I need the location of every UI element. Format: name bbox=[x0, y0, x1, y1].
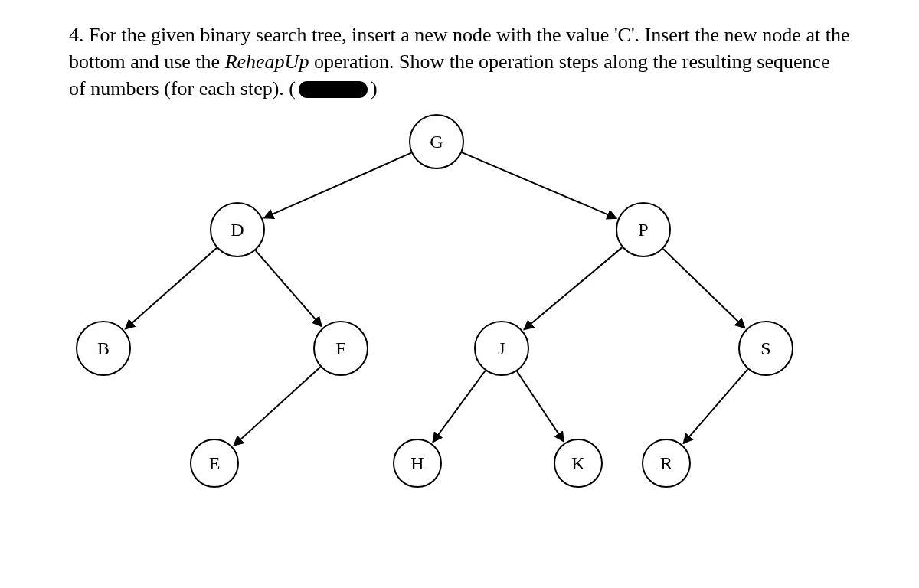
edge-d-b bbox=[125, 248, 217, 329]
node-h: H bbox=[393, 439, 442, 488]
node-k: K bbox=[554, 439, 603, 488]
node-j: J bbox=[474, 321, 529, 376]
edge-d-f bbox=[256, 250, 322, 326]
node-e: E bbox=[190, 439, 239, 488]
edge-f-e bbox=[234, 367, 320, 446]
edge-g-p bbox=[462, 152, 616, 218]
question-text: 4. For the given binary search tree, ins… bbox=[69, 21, 850, 102]
operation-name: ReheapUp bbox=[225, 51, 309, 73]
node-p: P bbox=[616, 202, 671, 257]
node-r: R bbox=[642, 439, 691, 488]
edge-p-s bbox=[663, 249, 745, 328]
edge-g-d bbox=[264, 153, 411, 218]
node-d: D bbox=[210, 202, 265, 257]
edge-j-h bbox=[433, 371, 486, 443]
node-g: G bbox=[409, 114, 464, 169]
closing-paren: ) bbox=[371, 77, 378, 100]
edge-s-r bbox=[683, 369, 747, 443]
edge-p-j bbox=[524, 247, 622, 329]
page: 4. For the given binary search tree, ins… bbox=[0, 0, 919, 588]
node-s: S bbox=[738, 321, 793, 376]
node-b: B bbox=[76, 321, 131, 376]
node-f: F bbox=[313, 321, 368, 376]
redacted-points bbox=[299, 81, 368, 98]
edge-j-k bbox=[517, 371, 564, 442]
